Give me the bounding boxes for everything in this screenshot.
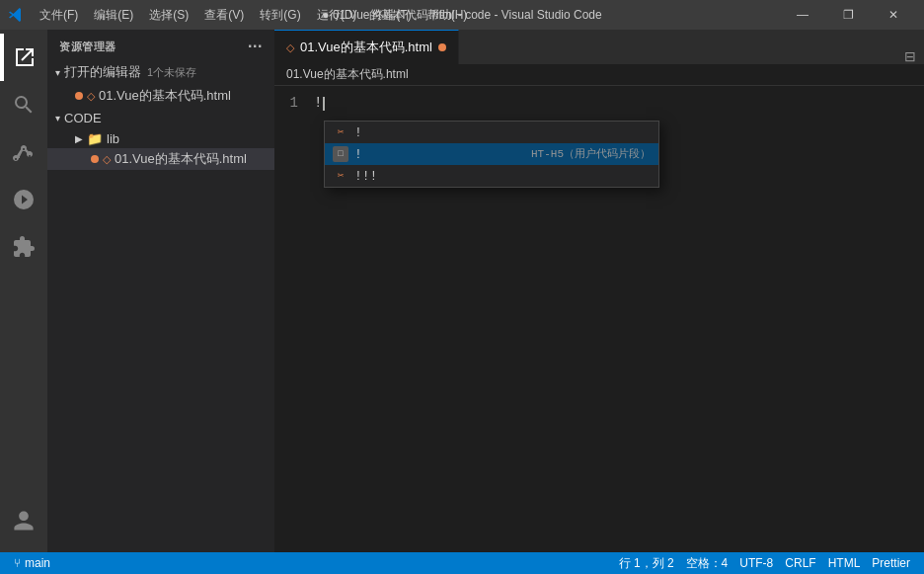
menu-select[interactable]: 选择(S) <box>141 3 196 28</box>
snippet-icon-0: ✂ <box>333 124 348 140</box>
branch-name: main <box>25 556 50 570</box>
encoding-text: UTF-8 <box>739 556 773 570</box>
activity-bar <box>0 30 47 552</box>
lib-folder-name: lib <box>107 131 119 146</box>
language-text: HTML <box>828 556 861 570</box>
text-cursor <box>323 97 325 111</box>
ac-label-0: ! <box>354 123 651 142</box>
line-numbers: 1 <box>274 94 314 544</box>
sidebar: 资源管理器 ··· ▾ 打开的编辑器 1个未保存 ◇ 01.Vue的基本代码.h… <box>47 30 274 552</box>
code-editor[interactable]: 1 ! ✂ ! □ <box>274 86 924 552</box>
code-section-header[interactable]: ▾ CODE <box>47 107 274 129</box>
menu-view[interactable]: 查看(V) <box>196 3 252 28</box>
maximize-button[interactable]: ❐ <box>825 0 871 30</box>
status-spaces[interactable]: 空格：4 <box>680 552 734 574</box>
window-title: ● 01.Vue的基本代码.html - code - Visual Studi… <box>322 7 601 24</box>
main-layout: 资源管理器 ··· ▾ 打开的编辑器 1个未保存 ◇ 01.Vue的基本代码.h… <box>0 30 924 552</box>
status-language[interactable]: HTML <box>822 552 867 574</box>
tab-vue-html[interactable]: ◇ 01.Vue的基本代码.html <box>274 30 459 64</box>
spaces-text: 空格：4 <box>686 555 729 572</box>
explorer-icon[interactable] <box>0 34 47 81</box>
close-button[interactable]: ✕ <box>871 0 916 30</box>
open-editors-badge: 1个未保存 <box>147 65 196 80</box>
autocomplete-item-2[interactable]: ✂ !!! <box>325 165 658 187</box>
line-number-1: 1 <box>274 94 298 113</box>
tab-bar: ◇ 01.Vue的基本代码.html ⊟ <box>274 30 924 64</box>
code-html-icon: ◇ <box>103 153 111 166</box>
breadcrumb: 01.Vue的基本代码.html <box>274 64 924 86</box>
formatter-text: Prettier <box>872 556 910 570</box>
chevron-down-icon: ▾ <box>55 67 60 78</box>
title-bar: 文件(F) 编辑(E) 选择(S) 查看(V) 转到(G) 运行(D) 终端(T… <box>0 0 924 30</box>
window-controls: — ❐ ✕ <box>780 0 916 30</box>
status-encoding[interactable]: UTF-8 <box>733 552 779 574</box>
status-branch[interactable]: ⑂ main <box>8 552 56 574</box>
snippet-icon-2: ✂ <box>333 168 348 184</box>
code-chevron-down-icon: ▾ <box>55 113 60 123</box>
open-editors-section: ▾ 打开的编辑器 1个未保存 ◇ 01.Vue的基本代码.html <box>47 59 274 107</box>
autocomplete-dropdown: ✂ ! □ ! HT-H5（用户代码片段） ✂ !!! <box>324 121 659 188</box>
code-file-name: 01.Vue的基本代码.html <box>115 150 247 168</box>
position-text: 行 1，列 2 <box>619 555 674 572</box>
editor-scrollbar[interactable] <box>916 94 924 544</box>
autocomplete-item-0[interactable]: ✂ ! <box>325 122 658 143</box>
breadcrumb-file[interactable]: 01.Vue的基本代码.html <box>286 66 409 83</box>
open-file-vue[interactable]: ◇ 01.Vue的基本代码.html <box>47 85 274 107</box>
open-editors-label: 打开的编辑器 <box>64 63 141 81</box>
lib-folder[interactable]: ▶ 📁 lib <box>47 129 274 148</box>
sidebar-title: 资源管理器 <box>59 40 116 54</box>
tab-label: 01.Vue的基本代码.html <box>300 39 432 56</box>
tab-modified-dot <box>438 43 446 51</box>
code-section-label: CODE <box>64 111 102 125</box>
code-char: ! <box>314 94 322 113</box>
code-content: 1 ! ✂ ! □ <box>274 86 924 552</box>
menu-edit[interactable]: 编辑(E) <box>86 3 141 28</box>
tab-file-icon: ◇ <box>286 41 294 54</box>
open-file-name: 01.Vue的基本代码.html <box>99 87 231 105</box>
extensions-icon[interactable] <box>0 223 47 271</box>
ac-label-2: !!! <box>354 167 651 186</box>
lib-chevron-right-icon: ▶ <box>75 133 83 144</box>
sidebar-header: 资源管理器 ··· <box>47 30 274 59</box>
folder-icon: 📁 <box>87 131 103 146</box>
code-line-1: ! <box>314 94 916 113</box>
code-file-modified-dot <box>91 155 99 163</box>
code-section: ▾ CODE ▶ 📁 lib ◇ 01.Vue的基本代码.html <box>47 107 274 170</box>
run-debug-icon[interactable] <box>0 176 47 223</box>
editor-area: ◇ 01.Vue的基本代码.html ⊟ 01.Vue的基本代码.html 1 … <box>274 30 924 552</box>
open-editors-header[interactable]: ▾ 打开的编辑器 1个未保存 <box>47 59 274 85</box>
code-html-file[interactable]: ◇ 01.Vue的基本代码.html <box>47 148 274 170</box>
search-icon[interactable] <box>0 81 47 128</box>
html-file-icon: ◇ <box>87 90 95 103</box>
vscode-logo <box>8 7 24 23</box>
status-formatter[interactable]: Prettier <box>866 552 916 574</box>
status-right: 行 1，列 2 空格：4 UTF-8 CRLF HTML Prettier <box>613 552 916 574</box>
ac-tag-1: HT-H5（用户代码片段） <box>531 145 651 164</box>
menu-goto[interactable]: 转到(G) <box>252 3 308 28</box>
file-icon-1: □ <box>333 146 348 162</box>
code-lines: ! ✂ ! □ ! HT-H5（用户代码片段） <box>314 94 916 544</box>
menu-file[interactable]: 文件(F) <box>32 3 86 28</box>
autocomplete-item-1[interactable]: □ ! HT-H5（用户代码片段） <box>325 143 658 165</box>
status-eol[interactable]: CRLF <box>779 552 821 574</box>
eol-text: CRLF <box>785 556 815 570</box>
status-bar: ⑂ main 行 1，列 2 空格：4 UTF-8 CRLF HTML Pret… <box>0 552 924 574</box>
account-icon[interactable] <box>0 497 47 544</box>
branch-icon: ⑂ <box>14 556 21 570</box>
split-editor-icon[interactable]: ⊟ <box>904 48 916 64</box>
file-modified-dot <box>75 92 83 100</box>
sidebar-more-icon[interactable]: ··· <box>248 38 263 55</box>
source-control-icon[interactable] <box>0 128 47 176</box>
status-position[interactable]: 行 1，列 2 <box>613 552 680 574</box>
ac-label-1: ! <box>354 145 531 164</box>
minimize-button[interactable]: — <box>780 0 825 30</box>
